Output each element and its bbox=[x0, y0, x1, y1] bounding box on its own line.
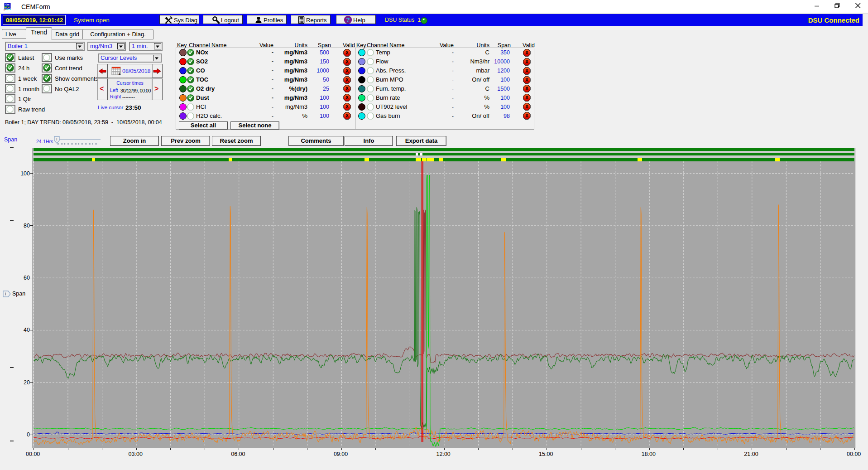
svg-text:X: X bbox=[525, 113, 528, 119]
svg-text:X: X bbox=[345, 77, 349, 82]
svg-text:Em: Em bbox=[5, 3, 10, 6]
svg-text:+: + bbox=[118, 72, 121, 76]
svg-text:X: X bbox=[345, 113, 349, 119]
svg-text:X: X bbox=[345, 68, 349, 73]
svg-text:X: X bbox=[525, 86, 528, 92]
svg-text:X: X bbox=[525, 50, 528, 55]
svg-text:X: X bbox=[345, 95, 349, 101]
svg-text:X: X bbox=[345, 50, 349, 55]
svg-text:X: X bbox=[345, 86, 349, 92]
svg-text:X: X bbox=[345, 104, 349, 110]
svg-text:X: X bbox=[345, 59, 349, 64]
svg-text:X: X bbox=[525, 77, 528, 82]
svg-text:X: X bbox=[525, 59, 528, 64]
svg-text:?: ? bbox=[346, 16, 350, 23]
svg-text:X: X bbox=[525, 104, 528, 110]
svg-text:X: X bbox=[525, 95, 528, 101]
svg-text:X: X bbox=[525, 68, 528, 73]
